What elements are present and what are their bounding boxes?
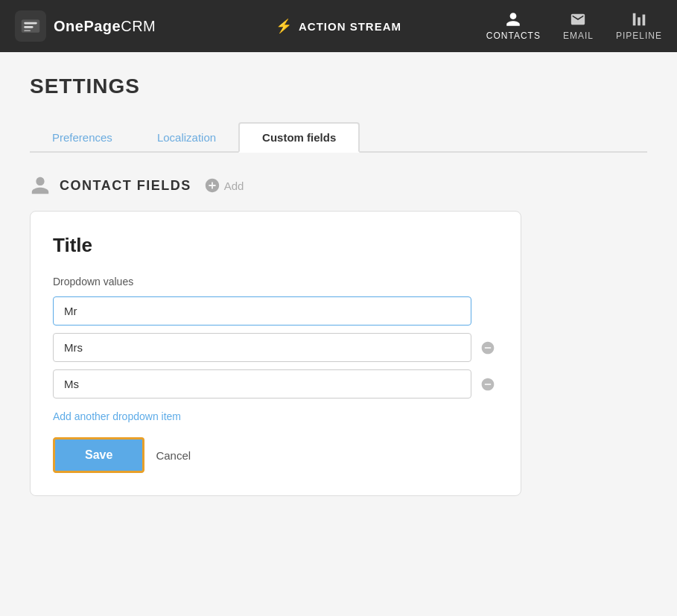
page-content: SETTINGS Preferences Localization Custom… — [0, 52, 677, 518]
dropdown-item-input-3[interactable] — [53, 369, 471, 399]
add-label: Add — [224, 180, 244, 192]
bolt-icon: ⚡ — [276, 18, 293, 34]
remove-circle-icon-3 — [480, 377, 495, 392]
dropdown-item-row-3 — [53, 369, 498, 399]
remove-circle-icon-2 — [480, 340, 495, 355]
section-title: CONTACT FIELDS — [60, 178, 191, 194]
contacts-label: CONTACTS — [486, 31, 541, 41]
remove-dropdown-item-3[interactable] — [477, 374, 498, 395]
pipeline-icon — [631, 11, 647, 28]
nav-email[interactable]: EMAIL — [563, 11, 594, 41]
tab-preferences[interactable]: Preferences — [30, 122, 135, 153]
title-field-card: Title Dropdown values Ad — [30, 211, 521, 496]
dropdown-item-row-1 — [53, 296, 498, 326]
nav-pipeline[interactable]: PIPELINE — [616, 11, 662, 41]
action-stream-label: ACTION STREAM — [299, 20, 401, 33]
svg-rect-1 — [24, 22, 37, 25]
add-contact-field-button[interactable]: Add — [204, 177, 244, 194]
action-stream-nav[interactable]: ⚡ ACTION STREAM — [276, 18, 401, 34]
placeholder-remove-1 — [477, 301, 498, 322]
brand-icon — [15, 10, 46, 42]
save-button[interactable]: Save — [53, 437, 144, 473]
card-title: Title — [53, 234, 498, 257]
dropdown-item-input-1[interactable] — [53, 296, 471, 326]
top-navigation: OnePageCRM ⚡ ACTION STREAM CONTACTS EMAI… — [0, 0, 677, 52]
settings-tabs: Preferences Localization Custom fields — [30, 121, 647, 153]
tab-custom-fields[interactable]: Custom fields — [238, 122, 360, 153]
remove-dropdown-item-2[interactable] — [477, 337, 498, 358]
cancel-button[interactable]: Cancel — [156, 449, 191, 462]
brand-name: OnePageCRM — [54, 18, 156, 35]
dropdown-item-input-2[interactable] — [53, 333, 471, 362]
contact-fields-icon — [30, 175, 51, 196]
svg-rect-2 — [24, 26, 33, 28]
dropdown-values-label: Dropdown values — [53, 276, 498, 288]
form-actions: Save Cancel — [53, 437, 498, 473]
pipeline-label: PIPELINE — [616, 31, 662, 41]
svg-rect-3 — [24, 30, 31, 31]
add-dropdown-item-button[interactable]: Add another dropdown item — [53, 410, 181, 422]
contacts-icon — [505, 11, 521, 28]
email-label: EMAIL — [563, 31, 594, 41]
dropdown-item-row-2 — [53, 333, 498, 362]
tab-localization[interactable]: Localization — [135, 122, 238, 153]
add-circle-icon — [204, 177, 220, 194]
page-title: SETTINGS — [30, 74, 647, 98]
nav-contacts[interactable]: CONTACTS — [486, 11, 541, 41]
brand-logo[interactable]: OnePageCRM — [15, 10, 156, 42]
email-icon — [570, 11, 586, 28]
contact-fields-section-header: CONTACT FIELDS Add — [30, 175, 647, 196]
nav-right: CONTACTS EMAIL PIPELINE — [486, 11, 662, 41]
